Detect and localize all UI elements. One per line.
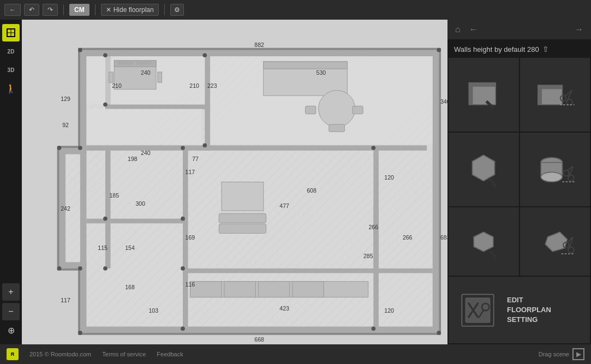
svg-text:240: 240: [141, 69, 151, 76]
svg-text:120: 120: [384, 307, 394, 314]
svg-point-49: [437, 331, 441, 335]
svg-text:240: 240: [141, 150, 151, 156]
svg-point-63: [103, 217, 108, 221]
select-icon: [6, 28, 16, 38]
svg-rect-41: [219, 224, 266, 233]
feedback-link[interactable]: Feedback: [157, 351, 183, 357]
separator3: [164, 4, 165, 15]
svg-rect-39: [222, 182, 264, 211]
main-area: 2D 3D 🚶 + − ⊕: [0, 20, 591, 344]
svg-text:168: 168: [125, 284, 135, 290]
terms-link[interactable]: Terms of service: [102, 351, 146, 357]
panel-home-button[interactable]: ⌂: [453, 23, 463, 35]
wall-edit-cell[interactable]: [449, 58, 519, 132]
svg-rect-32: [158, 72, 162, 82]
svg-text:423: 423: [279, 305, 289, 312]
wall-cut-cell[interactable]: [520, 58, 590, 132]
svg-text:882: 882: [254, 41, 264, 48]
svg-rect-30: [136, 61, 152, 65]
svg-rect-36: [306, 106, 316, 114]
settings-button[interactable]: ⚙: [170, 4, 184, 16]
svg-text:668: 668: [254, 336, 264, 343]
app-logo: R: [7, 348, 19, 360]
svg-point-54: [78, 266, 82, 271]
height-spinner[interactable]: ⇧: [542, 45, 549, 53]
svg-rect-44: [224, 282, 256, 297]
panel-forward-button[interactable]: →: [572, 23, 586, 35]
svg-text:129: 129: [61, 96, 70, 102]
svg-point-56: [202, 143, 207, 147]
svg-text:223: 223: [207, 82, 217, 89]
floor-cut-cell[interactable]: [520, 133, 590, 206]
separator2: [95, 4, 95, 15]
redo-button[interactable]: ↷: [43, 4, 58, 16]
svg-text:117: 117: [186, 169, 195, 175]
hide-floorplan-icon: ✕: [106, 6, 111, 14]
svg-text:77: 77: [192, 156, 199, 162]
svg-point-55: [202, 53, 207, 57]
svg-rect-45: [258, 282, 290, 297]
svg-point-51: [78, 146, 82, 150]
copyright: 2015 © Roomtodo.com: [29, 351, 91, 357]
unit-button[interactable]: CM: [69, 4, 89, 16]
svg-text:300: 300: [135, 200, 145, 207]
svg-point-57: [103, 53, 108, 57]
svg-point-48: [437, 48, 441, 52]
svg-text:117: 117: [61, 297, 70, 303]
svg-text:169: 169: [186, 234, 195, 241]
svg-point-60: [181, 326, 185, 331]
svg-text:608: 608: [307, 187, 317, 194]
mode-3d-button[interactable]: 3D: [2, 61, 20, 79]
zoom-in-button[interactable]: +: [2, 283, 20, 301]
svg-text:266: 266: [369, 224, 379, 230]
select-tool-button[interactable]: [2, 24, 20, 41]
svg-text:530: 530: [317, 69, 326, 76]
panel-title-area: Walls height by default 280 ⇧: [447, 39, 591, 57]
hide-floorplan-label: Hide floorplan: [114, 6, 154, 14]
svg-marker-113: [473, 155, 495, 181]
svg-text:103: 103: [148, 307, 158, 314]
svg-rect-23: [373, 206, 379, 274]
svg-text:154: 154: [125, 244, 135, 251]
svg-rect-21: [183, 268, 433, 273]
fit-view-button[interactable]: ⊕: [2, 321, 20, 339]
undo-button[interactable]: ↶: [24, 4, 39, 16]
surface-edit-cell[interactable]: [449, 207, 519, 276]
svg-marker-126: [494, 258, 497, 260]
svg-point-66: [181, 266, 185, 271]
svg-rect-31: [109, 72, 114, 82]
svg-text:115: 115: [98, 244, 108, 251]
svg-point-53: [57, 266, 62, 271]
right-panel-header: ⌂ ← →: [447, 20, 591, 39]
svg-rect-7: [80, 50, 439, 57]
right-panel: ⌂ ← → Walls height by default 280 ⇧: [447, 20, 591, 344]
svg-rect-37: [353, 106, 363, 114]
svg-rect-38: [329, 124, 345, 132]
svg-point-52: [57, 146, 62, 150]
surface-cut-cell[interactable]: [520, 207, 590, 276]
svg-marker-127: [545, 232, 567, 252]
svg-text:210: 210: [112, 82, 122, 89]
panel-grid: EDITFLOORPLANSETTING: [447, 57, 591, 344]
svg-point-59: [181, 146, 185, 150]
svg-rect-46: [292, 282, 324, 297]
top-toolbar: ← ↶ ↷ CM ✕ Hide floorplan ⚙: [0, 0, 591, 20]
floor-edit-cell[interactable]: [449, 133, 519, 206]
svg-rect-10: [433, 50, 439, 333]
bottom-bar: R 2015 © Roomtodo.com Terms of service F…: [0, 344, 591, 364]
svg-point-119: [563, 170, 569, 176]
hide-floorplan-button[interactable]: ✕ Hide floorplan: [101, 4, 159, 16]
mode-2d-button[interactable]: 2D: [2, 43, 20, 60]
svg-point-35: [319, 91, 355, 127]
svg-point-62: [371, 326, 375, 331]
left-sidebar: 2D 3D 🚶 + − ⊕: [0, 20, 22, 344]
edit-floorplan-cell[interactable]: EDITFLOORPLANSETTING: [449, 277, 590, 343]
svg-text:185: 185: [109, 192, 119, 199]
back-button[interactable]: ←: [4, 4, 21, 16]
svg-point-47: [78, 48, 82, 52]
svg-rect-29: [118, 61, 134, 65]
zoom-out-button[interactable]: −: [2, 303, 20, 320]
panel-back-button[interactable]: ←: [467, 23, 480, 35]
walk-mode-button[interactable]: 🚶: [2, 80, 20, 97]
canvas-area[interactable]: 882 668 129 92 242 117 340 683 240 210 2…: [22, 20, 447, 344]
